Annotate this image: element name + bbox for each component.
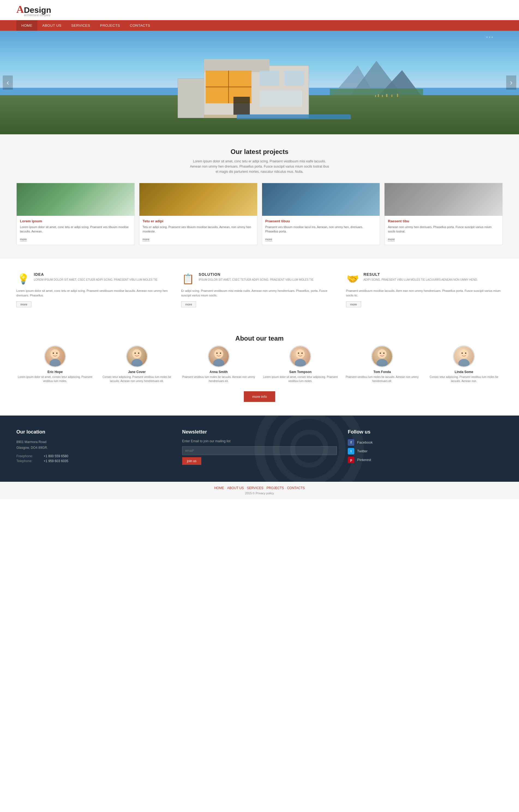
project-more-link[interactable]: more [20, 238, 27, 241]
projects-title: Our latest projects [16, 148, 503, 155]
footer: Our location 8901 Marmora Road Glasgow, … [0, 415, 519, 499]
team-avatar [453, 346, 475, 367]
footer-freephone-label: Freephone: [16, 454, 38, 458]
nav-item-projects[interactable]: PROJECTS [95, 20, 125, 31]
logo-tagline: architectural company [24, 13, 51, 17]
social-icon-twitter: t [348, 448, 354, 455]
hero-section: ★ ★ ★ ‹ › [0, 31, 519, 134]
project-more-link[interactable]: more [143, 238, 149, 241]
logo[interactable]: A Design architectural company [16, 3, 51, 17]
nav-item-contacts[interactable]: CONTACTS [125, 20, 155, 31]
svg-rect-20 [397, 94, 398, 97]
team-member: Linda Some Consec tetur adipiscing. Prae… [425, 346, 503, 383]
svg-rect-15 [375, 95, 376, 97]
svg-rect-19 [391, 94, 392, 97]
footer-nav-item[interactable]: ABOUT US [227, 486, 244, 490]
hero-city [322, 93, 477, 97]
feature-desc: Lorem ipsum dolor sit amet, conc tetu er… [16, 289, 173, 298]
project-card: Tetu er adipi Tetu er adipi scing. Praes… [139, 183, 257, 245]
footer-grid: Our location 8901 Marmora Road Glasgow, … [16, 429, 503, 465]
feature-desc: Praesent vestibuum moolise lacuulis. Aem… [346, 289, 503, 298]
svg-point-42 [459, 359, 470, 367]
team-member: Jane Cover Consec tetur adipiscing. Prae… [98, 346, 175, 383]
svg-rect-10 [260, 70, 279, 85]
main-nav: HOMEABOUT USSERVICESPROJECTSCONTACTS [0, 20, 519, 31]
svg-point-24 [56, 352, 58, 354]
latest-projects-section: Our latest projects Lorem ipsum dolor si… [0, 134, 519, 259]
hero-house [104, 53, 415, 118]
team-cta: more info [16, 391, 503, 402]
svg-rect-6 [204, 59, 269, 72]
svg-rect-11 [284, 70, 304, 85]
project-more-link[interactable]: more [265, 238, 272, 241]
team-member-name: Eric Hope [16, 370, 94, 374]
footer-telephone-row: Telephone: +1 959 603 6035 [16, 459, 171, 463]
footer-nav-item[interactable]: CONTACTS [287, 486, 305, 490]
nav-separator: · [285, 486, 286, 490]
footer-location: Our location 8901 Marmora Road Glasgow, … [16, 429, 171, 465]
svg-point-39 [380, 352, 381, 354]
nav-item-services[interactable]: SERVICES [66, 20, 95, 31]
feature-subtitle: LOREM IPSUM DOLOR SIT AMET, CSEC ETUER A… [34, 278, 157, 282]
newsletter-email-input[interactable] [182, 446, 337, 455]
feature-desc: Er adipi scing. Praesent vestibuum misi … [181, 289, 338, 298]
footer-bottom-nav: HOME · ABOUT US · SERVICES · PROJECTS · … [214, 486, 305, 490]
feature-more-link[interactable]: more [346, 301, 361, 307]
team-avatar [208, 346, 230, 367]
hero-next-button[interactable]: › [506, 76, 516, 90]
svg-point-23 [53, 352, 54, 354]
svg-point-28 [138, 352, 139, 354]
nav-item-about-us[interactable]: ABOUT US [37, 20, 66, 31]
header: A Design architectural company HOMEABOUT… [0, 0, 519, 31]
footer-nav-item[interactable]: PROJECTS [267, 486, 284, 490]
svg-point-32 [220, 352, 221, 354]
team-title: About our team [16, 335, 503, 342]
hero-pool [237, 114, 351, 119]
svg-point-36 [302, 352, 303, 354]
footer-copy: 2015 © Privacy policy [245, 492, 274, 495]
nav-item-home[interactable]: HOME [16, 20, 37, 31]
social-label: Twitter [357, 449, 367, 453]
feature-more-link[interactable]: more [16, 301, 31, 307]
feature-item: 💡 IDEA LOREM IPSUM DOLOR SIT AMET, CSEC … [16, 272, 173, 307]
project-image [17, 183, 134, 216]
avatar-image [454, 346, 474, 367]
footer-address1: 8901 Marmora Road [16, 439, 171, 445]
feature-more-link[interactable]: more [181, 301, 196, 307]
project-more-link[interactable]: more [388, 238, 394, 241]
team-section: About our team Eric Hope Lorem ipsum dol… [0, 321, 519, 415]
social-item[interactable]: f Facebook [348, 439, 503, 446]
svg-point-43 [461, 352, 463, 354]
footer-telephone-label: Telephone: [16, 459, 38, 463]
project-title: Lorem ipsum [20, 219, 131, 223]
nav-separator: · [225, 486, 226, 490]
svg-point-41 [459, 349, 468, 358]
svg-point-44 [465, 352, 466, 354]
social-item[interactable]: t Twitter [348, 448, 503, 455]
social-item[interactable]: p Pinterest [348, 457, 503, 463]
team-member-desc: Praesent vestibuu lum moles be lacuulis.… [180, 375, 257, 383]
footer-nav-item[interactable]: HOME [214, 486, 224, 490]
team-member-desc: Consec tetur adipiscing. Praesent vestib… [98, 375, 175, 383]
team-member-desc: Lorem ipsum dolor sit amet, consec tetur… [262, 375, 339, 383]
avatar-image [209, 346, 229, 367]
avatar-image [372, 346, 392, 367]
team-avatar [126, 346, 148, 367]
social-icon-pinterest: p [348, 457, 354, 463]
svg-rect-18 [386, 94, 387, 97]
feature-item: 📋 SOLUTION IPSUM DOLOR SIT AMET, CSEC TE… [181, 272, 338, 307]
footer-location-title: Our location [16, 429, 171, 435]
project-desc: Lorem ipsum dolor sit amet, conc tetu er… [20, 225, 131, 234]
svg-point-30 [213, 359, 224, 367]
hero-prev-button[interactable]: ‹ [3, 76, 13, 90]
footer-nav-item[interactable]: SERVICES [247, 486, 263, 490]
project-desc: Tetu er adipi scing. Praesent ves tibuum… [143, 225, 254, 234]
svg-rect-17 [382, 95, 383, 97]
footer-freephone-row: Freephone: +1 800 559 6580 [16, 454, 171, 458]
newsletter-join-button[interactable]: join us [182, 457, 201, 465]
team-member-name: Anna Smith [180, 370, 257, 374]
footer-bottom: HOME · ABOUT US · SERVICES · PROJECTS · … [0, 482, 519, 499]
project-title: Raesent tibu [388, 219, 499, 223]
logo-letter: A [16, 3, 24, 15]
more-info-button[interactable]: more info [244, 391, 275, 402]
